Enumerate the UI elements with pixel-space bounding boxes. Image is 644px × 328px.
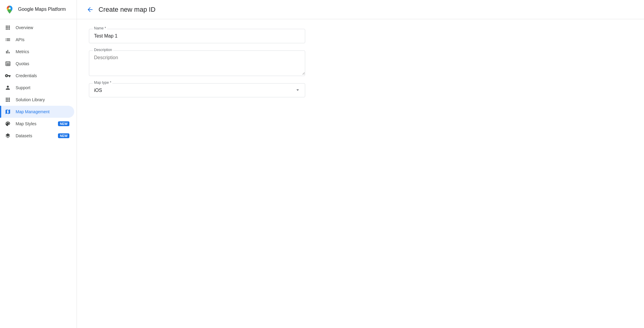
sidebar-item-datasets-label: Datasets — [16, 133, 56, 138]
main-content: Create new map ID Name * Description Map… — [77, 0, 644, 328]
name-field-group: Name * — [89, 29, 305, 43]
map-type-field-group: Map type * JavaScript Android iOS — [89, 83, 305, 97]
description-field-group: Description — [89, 50, 305, 76]
map-icon — [5, 109, 11, 115]
sidebar-item-credentials-label: Credentials — [16, 73, 69, 78]
sidebar-item-map-management[interactable]: Map Management — [0, 106, 74, 118]
sidebar-item-quotas[interactable]: Quotas — [0, 58, 74, 70]
sidebar-item-overview-label: Overview — [16, 25, 69, 30]
page-title: Create new map ID — [99, 6, 156, 14]
sidebar-item-apis[interactable]: APIs — [0, 34, 74, 46]
sidebar-item-credentials[interactable]: Credentials — [0, 70, 74, 82]
map-styles-badge: NEW — [58, 121, 69, 126]
app-title: Google Maps Platform — [18, 6, 66, 13]
sidebar-item-apis-label: APIs — [16, 37, 69, 42]
sidebar-item-solution-library[interactable]: Solution Library — [0, 94, 74, 106]
sidebar-item-map-styles[interactable]: Map Styles NEW — [0, 118, 74, 130]
key-icon — [5, 73, 11, 79]
google-maps-logo — [5, 5, 14, 14]
person-icon — [5, 85, 11, 91]
sidebar-item-solution-library-label: Solution Library — [16, 97, 69, 102]
back-button[interactable] — [84, 4, 96, 16]
map-type-select[interactable]: JavaScript Android iOS — [89, 84, 305, 97]
apps-icon — [5, 97, 11, 103]
grid-icon — [5, 25, 11, 31]
list-icon — [5, 37, 11, 43]
sidebar-nav: Overview APIs Metrics — [0, 19, 77, 328]
sidebar-item-metrics[interactable]: Metrics — [0, 46, 74, 58]
sidebar-item-metrics-label: Metrics — [16, 49, 69, 54]
sidebar-item-quotas-label: Quotas — [16, 61, 69, 66]
palette-icon — [5, 121, 11, 127]
create-map-form: Name * Description Map type * JavaScript… — [77, 19, 317, 114]
svg-point-0 — [9, 7, 11, 9]
page-header: Create new map ID — [77, 0, 644, 19]
map-type-wrapper: Map type * JavaScript Android iOS — [89, 83, 305, 97]
map-type-label: Map type * — [93, 80, 112, 85]
sidebar: Google Maps Platform Overview APIs — [0, 0, 77, 328]
name-input[interactable] — [89, 29, 305, 43]
description-label: Description — [93, 48, 113, 52]
name-field-wrapper: Name * — [89, 29, 305, 43]
sidebar-item-datasets[interactable]: Datasets NEW — [0, 130, 74, 142]
layers-icon — [5, 133, 11, 139]
sidebar-item-overview[interactable]: Overview — [0, 22, 74, 34]
sidebar-item-map-styles-label: Map Styles — [16, 121, 56, 126]
name-label: Name * — [93, 26, 107, 30]
sidebar-item-support-label: Support — [16, 85, 69, 90]
table-icon — [5, 61, 11, 67]
description-field-wrapper: Description — [89, 50, 305, 76]
bar-chart-icon — [5, 49, 11, 55]
sidebar-header: Google Maps Platform — [0, 0, 77, 19]
description-input[interactable] — [89, 51, 305, 75]
datasets-badge: NEW — [58, 133, 69, 138]
sidebar-item-map-management-label: Map Management — [16, 109, 69, 114]
sidebar-item-support[interactable]: Support — [0, 82, 74, 94]
